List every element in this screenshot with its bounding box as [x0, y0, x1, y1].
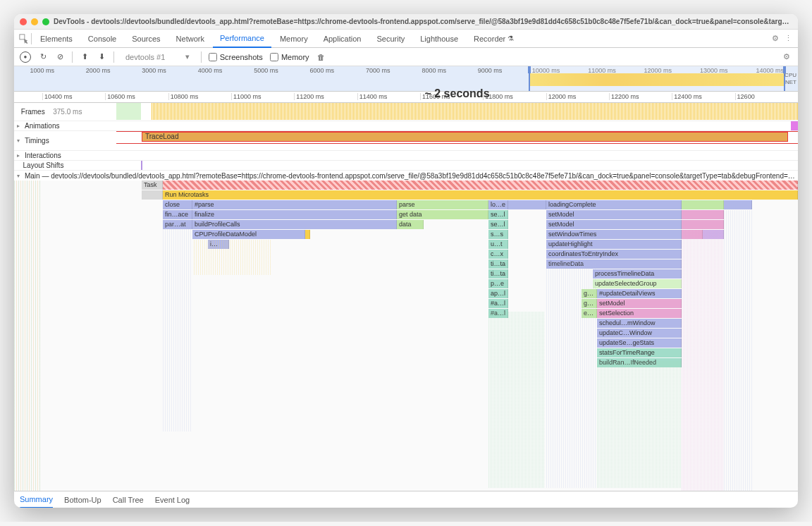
tab-application[interactable]: Application: [316, 30, 369, 48]
flame-lo[interactable]: lo…e: [488, 200, 508, 209]
flame-updateselectedgroup[interactable]: updateSelectedGroup: [593, 279, 682, 288]
window-titlebar: DevTools - devtools://devtools/bundled/d…: [14, 14, 798, 30]
settings-icon[interactable]: ⚙: [770, 33, 781, 44]
memory-checkbox[interactable]: Memory: [270, 53, 309, 61]
tab-elements[interactable]: Elements: [33, 30, 80, 48]
flame-se[interactable]: se…l: [488, 210, 508, 219]
download-icon[interactable]: ⬇: [97, 52, 106, 62]
devtools-window: DevTools - devtools://devtools/bundled/d…: [14, 14, 798, 508]
upload-icon[interactable]: ⬆: [80, 52, 90, 62]
flame-chart[interactable]: Task Run Microtasks close #parse parse l…: [14, 181, 798, 491]
inspect-element-icon[interactable]: [18, 33, 30, 44]
reload-icon[interactable]: ↻: [38, 52, 48, 62]
clear-icon[interactable]: ⊘: [55, 52, 65, 62]
flame-schedule[interactable]: schedul…mWindow: [597, 319, 682, 328]
flame-updatedetailviews[interactable]: #updateDetailViews: [597, 289, 682, 298]
tab-performance[interactable]: Performance: [213, 30, 271, 48]
flame-ti2[interactable]: ti…ta: [488, 269, 508, 279]
flame-bar[interactable]: [682, 220, 724, 229]
screenshots-checkbox[interactable]: Screenshots: [209, 53, 263, 61]
flame-processtimelinedata[interactable]: processTimelineData: [593, 269, 682, 279]
capture-settings-icon[interactable]: ⚙: [781, 51, 792, 63]
minimize-icon[interactable]: [31, 18, 38, 25]
chevron-right-icon[interactable]: ▸: [17, 123, 23, 129]
separator: [113, 51, 114, 63]
flame-long-task[interactable]: [163, 181, 798, 190]
separator: [31, 33, 32, 44]
detail-ruler: 10400 ms10600 ms10800 ms 11000 ms11200 m…: [14, 92, 798, 103]
flame-updatese[interactable]: updateSe…geStats: [597, 338, 682, 348]
flame-close[interactable]: close: [163, 200, 192, 209]
overview-axis-labels: CPUNET: [785, 72, 796, 86]
flame-coord[interactable]: coordinatesToEntryIndex: [546, 250, 682, 259]
kebab-menu-icon[interactable]: ⋮: [782, 33, 794, 44]
tab-network[interactable]: Network: [169, 30, 211, 48]
record-button[interactable]: ●: [20, 51, 31, 63]
animations-track[interactable]: ▸Animations: [14, 121, 798, 131]
window-controls: [20, 18, 49, 25]
chevron-down-icon[interactable]: ▾: [17, 137, 23, 144]
close-icon[interactable]: [20, 18, 27, 25]
flame-bar[interactable]: [682, 200, 724, 209]
flame-task[interactable]: Task: [142, 181, 163, 190]
flask-icon: ⚗: [508, 35, 514, 42]
chevron-right-icon[interactable]: ▸: [17, 152, 23, 159]
flame-c[interactable]: c…x: [488, 250, 508, 259]
tab-call-tree[interactable]: Call Tree: [113, 491, 144, 508]
tab-sources[interactable]: Sources: [125, 30, 167, 48]
flame-s[interactable]: s…s: [488, 230, 508, 239]
flame-fin[interactable]: fin…ace: [163, 210, 192, 219]
flame-bar[interactable]: [682, 210, 724, 219]
flame-loadingcomplete[interactable]: loadingComplete: [546, 200, 682, 209]
flame-data[interactable]: data: [397, 220, 424, 229]
flame-getdata[interactable]: get data: [397, 210, 488, 219]
profile-selector[interactable]: devtools #1 ▾: [121, 51, 194, 63]
flame-updatehighlight[interactable]: updateHighlight: [546, 240, 682, 249]
fullscreen-icon[interactable]: [42, 18, 49, 25]
tab-security[interactable]: Security: [369, 30, 412, 48]
layout-shifts-track[interactable]: Layout Shifts: [14, 161, 798, 171]
trash-icon[interactable]: 🗑: [316, 52, 326, 62]
flame-setwindowtimes[interactable]: setWindowTimes: [546, 230, 682, 239]
flame-a[interactable]: #a…l: [488, 299, 508, 308]
tab-event-log[interactable]: Event Log: [155, 491, 190, 508]
flame-ap[interactable]: ap…l: [488, 289, 508, 298]
svg-rect-0: [20, 34, 25, 39]
overview-selection-handle[interactable]: [529, 66, 785, 91]
flame-p[interactable]: p…e: [488, 279, 508, 288]
tab-lighthouse[interactable]: Lighthouse: [413, 30, 465, 48]
flame-se2[interactable]: se…l: [488, 220, 508, 229]
flame-parse2[interactable]: parse: [397, 200, 488, 209]
flame-finalize[interactable]: finalize: [192, 210, 397, 219]
traceload-bar[interactable]: TraceLoad: [142, 132, 788, 142]
tab-recorder[interactable]: Recorder ⚗: [467, 30, 521, 48]
timings-track[interactable]: ▾Timings TraceLoad: [14, 131, 798, 151]
flame-u[interactable]: u…t: [488, 240, 508, 249]
flame-run-microtasks[interactable]: Run Microtasks: [163, 190, 798, 200]
flame-updatec[interactable]: updateC…Window: [597, 329, 682, 338]
frames-label: Frames 375.0 ms: [14, 103, 116, 121]
panel-tabbar: Elements Console Sources Network Perform…: [14, 30, 798, 48]
flame-ti[interactable]: ti…ta: [488, 259, 508, 269]
tab-console[interactable]: Console: [81, 30, 123, 48]
flame-build[interactable]: buildProfileCalls: [192, 220, 397, 229]
timeline-overview[interactable]: 1000 ms2000 ms3000 ms 4000 ms5000 ms6000…: [14, 66, 798, 92]
flame-bar[interactable]: [724, 200, 752, 209]
interactions-track[interactable]: ▸Interactions: [14, 151, 798, 161]
tab-summary[interactable]: Summary: [20, 491, 53, 508]
frame-selected: [116, 103, 141, 120]
flame-setmodel[interactable]: setModel: [546, 210, 682, 219]
tab-memory[interactable]: Memory: [273, 30, 315, 48]
chevron-down-icon[interactable]: ▾: [17, 173, 23, 179]
flame-setselection[interactable]: setSelection: [597, 309, 682, 318]
main-track-header[interactable]: ▾Main — devtools://devtools/bundled/devt…: [14, 171, 798, 181]
flame-bar[interactable]: [305, 230, 310, 239]
flame-cpuprofile[interactable]: CPUProfileDataModel: [192, 230, 305, 239]
flame-parse[interactable]: #parse: [192, 200, 397, 209]
flame-setmodel3[interactable]: setModel: [597, 299, 682, 308]
flame-setmodel2[interactable]: setModel: [546, 220, 682, 229]
tab-bottom-up[interactable]: Bottom-Up: [64, 491, 102, 508]
flame-bar[interactable]: [142, 190, 163, 200]
separator: [72, 51, 73, 63]
flame-stats[interactable]: statsForTimeRange: [597, 348, 682, 357]
